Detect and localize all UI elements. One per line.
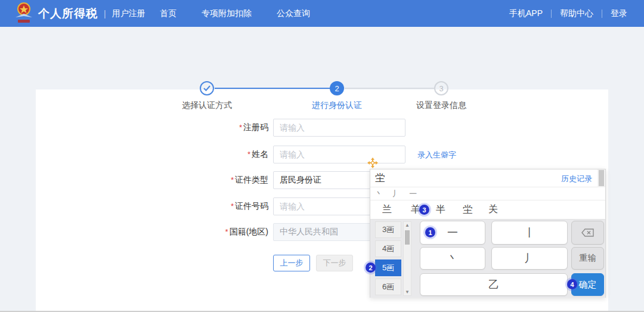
step-identity-verification: 2 进行身份认证 bbox=[289, 81, 385, 111]
required-mark: * bbox=[231, 175, 234, 184]
candidate-char-4[interactable]: 坣 bbox=[463, 203, 472, 216]
field-label: *国籍(地区) bbox=[155, 227, 268, 237]
tax-emblem-logo bbox=[13, 2, 35, 26]
scroll-up-icon[interactable]: ▲ bbox=[404, 223, 411, 228]
step-number-badge: 2 bbox=[330, 81, 344, 95]
retype-key[interactable]: 重输 bbox=[571, 247, 604, 270]
name-input[interactable] bbox=[273, 146, 405, 163]
step-label: 设置登录信息 bbox=[394, 100, 489, 111]
registration-code-input[interactable] bbox=[273, 119, 405, 137]
step-set-login-info: 3 设置登录信息 bbox=[394, 81, 489, 111]
field-label: *证件类型 bbox=[155, 175, 268, 186]
nav-item-special-deduction[interactable]: 专项附加扣除 bbox=[202, 8, 252, 19]
panel-scrollbar-thumb[interactable] bbox=[599, 170, 604, 186]
next-step-button-disabled[interactable]: 下一步 bbox=[316, 255, 353, 271]
login-link[interactable]: 登录 bbox=[611, 8, 627, 19]
progress-stepper: 选择认证方式 2 进行身份认证 3 设置登录信息 bbox=[0, 36, 644, 78]
stroke-key-zhe[interactable]: 乙 bbox=[420, 273, 568, 296]
tutorial-badge-4: 4 bbox=[567, 279, 577, 289]
stroke-key-pie[interactable]: 丿 bbox=[491, 247, 568, 270]
candidate-char-1[interactable]: 兰 bbox=[382, 203, 392, 216]
stroke-count-5-selected[interactable]: 5画 bbox=[375, 260, 401, 276]
candidate-char-5[interactable]: 关 bbox=[488, 203, 498, 216]
history-record-link[interactable]: 历史记录 bbox=[561, 174, 592, 184]
step-choose-auth-method: 选择认证方式 bbox=[159, 81, 255, 111]
panel-scrollbar[interactable] bbox=[597, 169, 605, 187]
required-mark: * bbox=[239, 123, 242, 132]
previous-step-button[interactable]: 上一步 bbox=[273, 255, 310, 271]
stroke-count-3[interactable]: 3画 bbox=[375, 221, 401, 238]
form-row-registration-code: *注册码 bbox=[36, 119, 608, 137]
header-divider bbox=[602, 10, 602, 18]
stroke-key-shu[interactable]: 丨 bbox=[491, 221, 568, 245]
candidate-row: 兰 羊 半 坣 关 3 bbox=[370, 200, 605, 220]
title-divider: | bbox=[104, 9, 106, 18]
step-label: 进行身份认证 bbox=[289, 100, 385, 111]
header-right-links: 手机APP 帮助中心 登录 bbox=[509, 0, 627, 27]
stroke-input-ime-panel: 坣 历史记录 丶 丿 一 兰 羊 半 坣 关 3 3画 4画 5画 6画 2 ▲… bbox=[370, 169, 606, 298]
tutorial-badge-1: 1 bbox=[425, 227, 435, 237]
ime-preview-row: 坣 历史记录 bbox=[370, 169, 605, 187]
help-center-link[interactable]: 帮助中心 bbox=[560, 8, 593, 19]
tutorial-badge-3: 3 bbox=[419, 205, 429, 215]
field-label: *证件号码 bbox=[155, 201, 268, 212]
step-label: 选择认证方式 bbox=[159, 100, 255, 111]
scroll-down-icon[interactable]: ▼ bbox=[404, 289, 411, 295]
required-mark: * bbox=[231, 202, 234, 211]
move-handle-icon[interactable] bbox=[367, 157, 378, 168]
stroke-key-dian[interactable]: 丶 bbox=[420, 247, 485, 270]
stroke-keyboard: 3画 4画 5画 6画 2 ▲ ▼ 一 丨 1 丶 丿 重输 乙 确定 4 bbox=[370, 220, 605, 298]
backspace-key[interactable] bbox=[571, 221, 604, 245]
backspace-icon bbox=[581, 228, 595, 237]
main-nav: 首页 专项附加扣除 公众查询 bbox=[160, 0, 310, 27]
rare-character-entry-link[interactable]: 录入生僻字 bbox=[417, 150, 456, 160]
nav-item-home[interactable]: 首页 bbox=[160, 8, 177, 19]
stroke-count-6[interactable]: 6画 bbox=[375, 279, 401, 295]
step-number-badge: 3 bbox=[434, 81, 448, 95]
stroke-count-scrollbar[interactable]: ▲ ▼ bbox=[403, 221, 411, 296]
field-label: *姓名 bbox=[155, 149, 268, 160]
stroke-count-4[interactable]: 4画 bbox=[375, 240, 401, 257]
stroke-count-scrollbar-thumb[interactable] bbox=[405, 230, 410, 245]
top-navbar: 个人所得税 | 用户注册 首页 专项附加扣除 公众查询 手机APP 帮助中心 登… bbox=[0, 0, 644, 27]
tutorial-badge-2: 2 bbox=[366, 262, 376, 273]
required-mark: * bbox=[225, 227, 228, 236]
mobile-app-link[interactable]: 手机APP bbox=[509, 8, 543, 19]
app-title-group: 个人所得税 | 用户注册 bbox=[38, 0, 145, 27]
check-icon bbox=[200, 81, 214, 95]
header-divider bbox=[551, 10, 552, 18]
typed-strokes-row: 丶 丿 一 bbox=[370, 187, 605, 200]
nationality-value: 中华人民共和国 bbox=[280, 227, 338, 237]
form-row-name: *姓名 录入生僻字 bbox=[36, 146, 608, 163]
nav-item-public-query[interactable]: 公众查询 bbox=[277, 8, 310, 19]
typed-strokes-text: 丶 丿 一 bbox=[375, 189, 420, 199]
composed-character-preview: 坣 bbox=[375, 172, 385, 184]
required-mark: * bbox=[247, 150, 250, 159]
field-label: *注册码 bbox=[155, 122, 268, 133]
candidate-char-3[interactable]: 半 bbox=[436, 203, 445, 216]
page-subtitle: 用户注册 bbox=[112, 8, 145, 19]
id-type-selected-value: 居民身份证 bbox=[280, 175, 321, 186]
app-title: 个人所得税 bbox=[38, 6, 98, 21]
